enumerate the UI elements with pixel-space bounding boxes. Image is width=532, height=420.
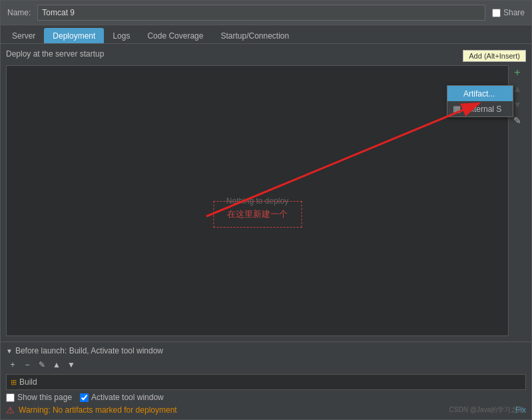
warning-text: Warning: No artifacts marked for deploym… <box>19 405 177 415</box>
before-launch-down-btn[interactable]: ▼ <box>65 358 78 371</box>
share-checkbox[interactable] <box>492 9 501 17</box>
activate-tool-checkbox[interactable] <box>80 393 89 402</box>
left-panel: Deploy at the server startup Add (Alt+In… <box>1 44 531 341</box>
show-page-checkbox-item: Show this page <box>6 393 72 402</box>
before-launch-add-btn[interactable]: + <box>6 358 19 371</box>
before-launch-up-btn[interactable]: ▲ <box>50 358 63 371</box>
right-controls: + ◆ Artifact... ▦ External S <box>509 65 526 336</box>
before-launch-label: Before launch: Build, Activate tool wind… <box>15 346 163 355</box>
tab-logs[interactable]: Logs <box>104 28 138 43</box>
artifact-icon: ◆ <box>453 89 459 99</box>
build-icon: ⊞ <box>11 378 17 387</box>
share-checkbox-area: Share <box>492 8 525 17</box>
activate-tool-label: Activate tool window <box>91 393 164 402</box>
tab-startup[interactable]: Startup/Connection <box>212 28 298 43</box>
run-config-dialog: Name: Share Server Deployment Logs Code … <box>0 0 532 420</box>
build-item-label: Build <box>19 377 37 387</box>
warning-row: ⚠ Warning: No artifacts marked for deplo… <box>6 405 526 415</box>
share-label: Share <box>503 8 525 17</box>
dashed-new-box: 在这里新建一个 <box>213 201 302 228</box>
triangle-icon: ▼ <box>6 347 13 355</box>
warning-icon: ⚠ <box>6 405 15 415</box>
deploy-list: Nothing to deploy 在这里新建一个 <box>6 65 509 336</box>
name-input[interactable] <box>37 5 485 21</box>
add-btn-area: + ◆ Artifact... ▦ External S <box>510 65 525 80</box>
deploy-main: Nothing to deploy 在这里新建一个 + ◆ Artifact..… <box>6 65 526 336</box>
tabs-bar: Server Deployment Logs Code Coverage Sta… <box>1 25 531 44</box>
dropdown-popup: ◆ Artifact... ▦ External S <box>447 85 513 117</box>
deploy-header-row: Deploy at the server startup Add (Alt+In… <box>6 49 526 63</box>
checkboxes-row: Show this page Activate tool window <box>6 393 526 402</box>
add-button[interactable]: Add (Alt+Insert) <box>463 50 526 62</box>
before-launch-header: ▼ Before launch: Build, Activate tool wi… <box>6 346 526 355</box>
name-label: Name: <box>7 8 31 17</box>
show-page-checkbox[interactable] <box>6 393 15 402</box>
before-launch-list: ⊞ Build <box>6 374 526 390</box>
watermark: CSDN @Java的学习之路 <box>449 405 524 415</box>
tab-deployment[interactable]: Deployment <box>44 28 104 43</box>
dialog-header: Name: Share <box>1 1 531 25</box>
external-icon: ▦ <box>453 104 461 114</box>
before-launch-edit-btn[interactable]: ✎ <box>35 358 49 371</box>
before-launch-remove-btn[interactable]: − <box>21 358 34 371</box>
dropdown-item-artifact[interactable]: ◆ Artifact... <box>447 86 513 101</box>
deploy-section-label: Deploy at the server startup <box>6 49 104 59</box>
add-deploy-button[interactable]: + <box>510 65 525 80</box>
tab-server[interactable]: Server <box>3 28 44 43</box>
tab-code-coverage[interactable]: Code Coverage <box>138 28 212 43</box>
dropdown-item-external[interactable]: ▦ External S <box>447 101 513 116</box>
activate-tool-checkbox-item: Activate tool window <box>80 393 164 402</box>
show-page-label: Show this page <box>17 393 72 402</box>
content-area: Deploy at the server startup Add (Alt+In… <box>1 44 531 341</box>
before-launch-toolbar: + − ✎ ▲ ▼ <box>6 358 526 371</box>
